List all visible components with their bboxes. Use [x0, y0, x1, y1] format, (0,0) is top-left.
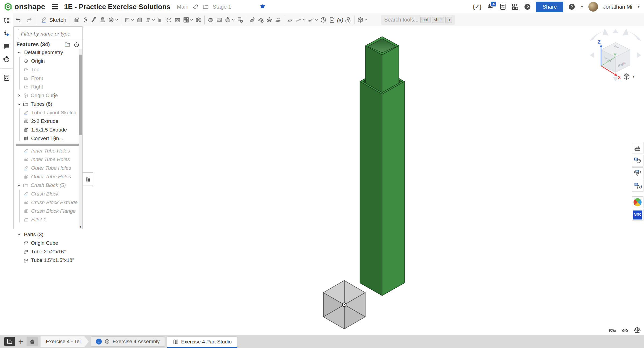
scrollbar-down-arrow[interactable]: ▼ [79, 225, 82, 228]
feature-row[interactable]: Fillet 1 [14, 215, 82, 224]
kebab-menu-icon[interactable]: ⋮ [52, 92, 58, 99]
feature-row[interactable]: Default geometry [14, 48, 82, 57]
chevron-down-icon[interactable] [16, 233, 22, 237]
rib-tool-button[interactable] [156, 16, 165, 24]
link-icon[interactable] [192, 3, 199, 10]
feature-row[interactable]: Top [14, 65, 82, 74]
tube-assembly-model[interactable] [360, 37, 404, 296]
tab-manager-button[interactable] [4, 337, 15, 346]
learning-cap-icon[interactable] [259, 3, 267, 10]
transform-dropdown-caret-icon[interactable] [231, 18, 235, 22]
offset-surface-tool-button[interactable] [265, 16, 274, 24]
draft-tool-button[interactable] [144, 16, 156, 24]
app-named-views-table-button[interactable] [632, 155, 643, 166]
part-row[interactable]: Origin Cube [13, 239, 83, 247]
view-options-button[interactable]: ▼ [623, 73, 635, 81]
feature-row[interactable]: Convert Tub...⋮ [14, 134, 82, 143]
feature-row[interactable]: Crush Block Extrude [14, 198, 82, 207]
rollback-bar[interactable] [16, 144, 79, 146]
rollback-history-icon[interactable] [73, 41, 80, 48]
chamfer-tool-button[interactable] [135, 16, 144, 24]
hole-tool-button[interactable] [173, 16, 182, 24]
parts-header-row[interactable]: Parts (3) [13, 230, 83, 239]
feature-row[interactable]: Crush Block [14, 190, 82, 198]
variable-tool-button[interactable]: (x) [336, 16, 344, 23]
feature-row[interactable]: Outer Tube Holes [14, 164, 82, 172]
graphics-viewport[interactable]: Top Front Right Z X Y [0, 0, 644, 348]
app-configurations-button[interactable] [632, 167, 643, 179]
helix-tool-button[interactable] [319, 16, 328, 24]
help-icon[interactable]: ? [568, 3, 576, 10]
instances-tool-button[interactable] [344, 16, 353, 24]
app-config-variables-button[interactable]: (x) [632, 180, 643, 192]
help-caret-icon[interactable]: ▼ [580, 5, 584, 9]
wrap-dropdown-caret-icon[interactable] [315, 18, 318, 22]
rail-checklist-button[interactable] [3, 74, 10, 81]
wrap-tool-button[interactable] [307, 16, 319, 24]
feature-row[interactable]: Tubes (8) [14, 100, 82, 108]
apps-grid-icon[interactable] [511, 3, 519, 10]
chevron-down-icon[interactable] [16, 183, 22, 187]
shell-tool-button[interactable] [165, 16, 173, 24]
feature-row[interactable]: Front [14, 74, 82, 83]
chevron-right-icon[interactable] [16, 94, 22, 98]
transform-tool-button[interactable] [223, 16, 236, 24]
feature-row[interactable]: Inner Tube Holes [14, 155, 82, 164]
feature-scrollbar[interactable]: ▼ [79, 49, 82, 229]
delete-face-tool-button[interactable] [256, 16, 265, 24]
undo-button[interactable] [13, 15, 24, 25]
sweep-tool-button[interactable] [90, 16, 98, 24]
tasks-icon[interactable] [499, 3, 506, 10]
scrollbar-thumb[interactable] [79, 55, 82, 135]
kebab-menu-icon[interactable]: ⋮ [52, 135, 58, 142]
app-mk-app-button[interactable]: MK [632, 209, 643, 221]
draft-dropdown-caret-icon[interactable] [152, 18, 155, 22]
revolve-tool-button[interactable] [81, 16, 90, 24]
linear-pattern-dropdown-caret-icon[interactable] [190, 18, 193, 22]
rail-stopwatch-button[interactable] [3, 55, 10, 63]
feature-row[interactable]: Origin [14, 57, 82, 65]
app-color-app-button[interactable] [632, 196, 643, 208]
delete-part-tool-button[interactable] [236, 16, 244, 24]
rail-comment-button[interactable] [3, 42, 10, 50]
thicken-dropdown-caret-icon[interactable] [115, 18, 118, 22]
document-title[interactable]: 1E - Practice Exercise Solutions [64, 3, 171, 11]
rail-insert-new-button[interactable] [3, 30, 10, 37]
replace-face-tool-button[interactable] [274, 16, 282, 24]
feature-row[interactable]: Tube Layout Sketch [14, 108, 82, 117]
extrude-tool-button[interactable] [73, 16, 81, 24]
feature-script-check-icon[interactable]: {✓} [473, 3, 482, 10]
loft-tool-button[interactable] [98, 16, 107, 24]
panel-collapse-tab[interactable] [82, 172, 93, 186]
search-tools-box[interactable]: Search tools... ctrlshiftp [381, 15, 455, 25]
feature-row[interactable]: 2x2 Extrude [14, 117, 82, 126]
protractor-button[interactable] [621, 326, 629, 334]
fillet-tool-button[interactable] [123, 16, 135, 24]
user-name[interactable]: Jonathan Mi [603, 4, 632, 10]
feature-row[interactable]: Inner Tube Holes [14, 147, 82, 155]
view-cube[interactable]: Top Front Right [601, 42, 630, 72]
boolean-tool-button[interactable] [206, 16, 215, 24]
main-menu-button[interactable] [52, 4, 58, 9]
user-caret-icon[interactable]: ▼ [637, 5, 640, 9]
app-appearance-button[interactable] [632, 142, 643, 154]
mirror-tool-button[interactable] [194, 16, 203, 24]
feature-row[interactable]: Outer Tube Holes [14, 172, 82, 181]
view-modes-dropdown-caret-icon[interactable] [364, 18, 368, 22]
part-row[interactable]: Tube 1.5"x1.5"x18" [13, 256, 83, 265]
feature-row[interactable]: 1.5x1.5 Extrude [14, 126, 82, 134]
feature-row[interactable]: Right [14, 83, 82, 91]
fillet-dropdown-caret-icon[interactable] [131, 18, 134, 22]
filter-input[interactable] [18, 29, 83, 39]
home-tab-button[interactable] [27, 337, 38, 346]
plane-tool-button[interactable] [286, 16, 294, 24]
rail-feature-history-button[interactable] [3, 17, 10, 24]
tape-measure-button[interactable] [609, 326, 617, 334]
mass-properties-button[interactable] [633, 326, 641, 334]
onshape-logo[interactable]: onshape [4, 2, 45, 11]
linear-pattern-tool-button[interactable] [182, 16, 194, 24]
learning-center-icon[interactable] [524, 3, 531, 10]
chevron-down-icon[interactable] [16, 102, 22, 106]
thicken-tool-button[interactable] [107, 16, 119, 24]
version-label[interactable]: Stage 1 [213, 4, 231, 10]
